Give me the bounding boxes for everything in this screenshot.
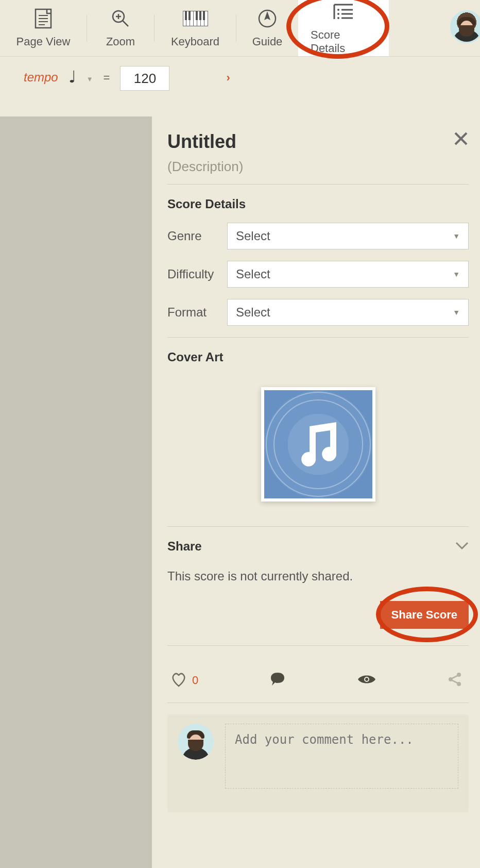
comment-input[interactable] — [225, 724, 458, 789]
tempo-value-input[interactable] — [120, 66, 169, 91]
divider — [167, 184, 469, 185]
share-link-button[interactable] — [447, 672, 462, 689]
cover-art-image[interactable] — [261, 387, 375, 502]
music-note-icon — [290, 416, 347, 473]
divider — [167, 526, 469, 527]
likes-count: 0 — [192, 674, 198, 687]
divider — [167, 645, 469, 646]
share-score-button[interactable]: Share Score — [380, 601, 469, 629]
svg-point-21 — [365, 678, 368, 681]
share-heading: Share — [167, 539, 202, 554]
tempo-equals: = — [104, 71, 110, 85]
score-description[interactable]: (Description) — [167, 159, 469, 175]
close-panel-button[interactable] — [453, 131, 469, 149]
chevron-down-icon: ▼ — [453, 232, 460, 240]
genre-value: Select — [236, 229, 270, 243]
svg-point-14 — [337, 13, 339, 15]
views-button[interactable] — [357, 673, 376, 688]
top-toolbar: Page View Zoom — [0, 0, 480, 57]
main-area: Untitled (Description) Score Details Gen… — [0, 116, 480, 868]
page-view-icon — [35, 8, 52, 29]
toolbar-label: Keyboard — [171, 35, 219, 48]
toolbar-label: Zoom — [106, 35, 135, 48]
toolbar-page-view[interactable]: Page View — [0, 0, 87, 56]
eye-icon — [357, 673, 376, 688]
zoom-in-icon — [111, 8, 130, 29]
divider — [167, 703, 469, 703]
quarter-note-icon: ♩ — [68, 67, 76, 87]
genre-select[interactable]: Select ▼ — [227, 223, 469, 249]
toolbar-keyboard[interactable]: Keyboard — [155, 0, 236, 56]
svg-point-16 — [337, 17, 339, 19]
tempo-note-dropdown[interactable]: ▼ — [87, 75, 93, 83]
heart-icon — [170, 672, 187, 689]
comment-box — [167, 714, 469, 812]
toolbar-score-details[interactable]: Score Details — [298, 0, 389, 56]
difficulty-value: Select — [236, 267, 270, 281]
share-status-text: This score is not currently shared. — [167, 569, 469, 583]
tempo-bar: tempo ♩ ▼ = › — [0, 57, 480, 116]
stats-row: 0 — [167, 658, 469, 703]
toolbar-label: Guide — [252, 35, 283, 48]
format-label: Format — [167, 305, 227, 320]
comment-icon — [269, 672, 286, 689]
difficulty-select[interactable]: Select ▼ — [227, 261, 469, 288]
format-select[interactable]: Select ▼ — [227, 299, 469, 326]
compass-icon — [258, 8, 277, 29]
svg-line-6 — [123, 21, 128, 26]
divider — [167, 337, 469, 338]
score-title[interactable]: Untitled — [167, 131, 236, 153]
format-row: Format Select ▼ — [167, 299, 469, 326]
score-details-heading: Score Details — [167, 197, 469, 211]
genre-row: Genre Select ▼ — [167, 223, 469, 249]
chevron-down-icon: ▼ — [453, 308, 460, 316]
difficulty-row: Difficulty Select ▼ — [167, 261, 469, 288]
tempo-label: tempo — [24, 70, 58, 85]
comment-avatar[interactable] — [178, 724, 214, 760]
piano-keyboard-icon — [183, 8, 208, 29]
user-avatar[interactable] — [450, 10, 480, 43]
score-details-panel: Untitled (Description) Score Details Gen… — [152, 116, 480, 868]
toolbar-zoom[interactable]: Zoom — [87, 0, 154, 56]
chevron-down-icon: ▼ — [453, 270, 460, 278]
svg-line-25 — [452, 676, 457, 678]
comments-button[interactable] — [269, 672, 286, 689]
share-icon — [447, 672, 462, 689]
list-details-icon — [332, 2, 355, 22]
share-expand-toggle[interactable] — [455, 541, 469, 553]
svg-line-26 — [452, 680, 457, 683]
genre-label: Genre — [167, 229, 227, 243]
cover-art-heading: Cover Art — [167, 350, 469, 364]
difficulty-label: Difficulty — [167, 267, 227, 281]
toolbar-label: Page View — [16, 35, 71, 48]
format-value: Select — [236, 305, 270, 320]
tempo-next-button[interactable]: › — [226, 71, 230, 85]
score-canvas[interactable] — [0, 116, 152, 868]
toolbar-label: Score Details — [311, 28, 376, 55]
svg-point-12 — [337, 9, 339, 11]
toolbar-guide[interactable]: Guide — [236, 0, 298, 56]
likes-group[interactable]: 0 — [170, 672, 198, 689]
